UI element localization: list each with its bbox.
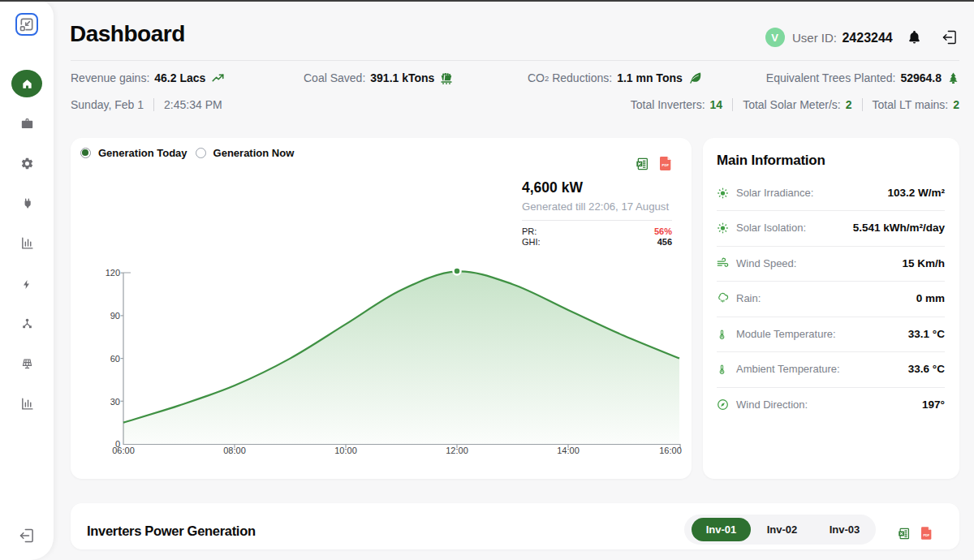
svg-text:30: 30 [110,397,120,407]
svg-text:120: 120 [106,268,120,278]
svg-text:12:00: 12:00 [446,446,468,455]
svg-text:08:00: 08:00 [223,446,246,455]
svg-text:60: 60 [110,354,120,364]
svg-text:06:00: 06:00 [112,446,135,455]
svg-text:14:00: 14:00 [557,446,580,455]
svg-text:16:00: 16:00 [659,446,682,455]
svg-text:10:00: 10:00 [334,446,357,455]
svg-text:90: 90 [110,311,120,321]
svg-text:PDF: PDF [923,533,929,537]
